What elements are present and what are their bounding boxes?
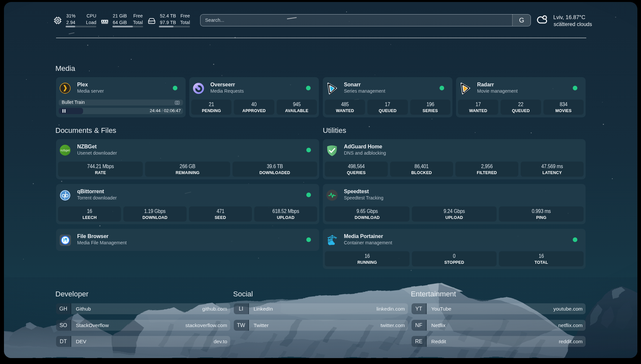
svg-text:nzbget: nzbget (61, 149, 70, 152)
